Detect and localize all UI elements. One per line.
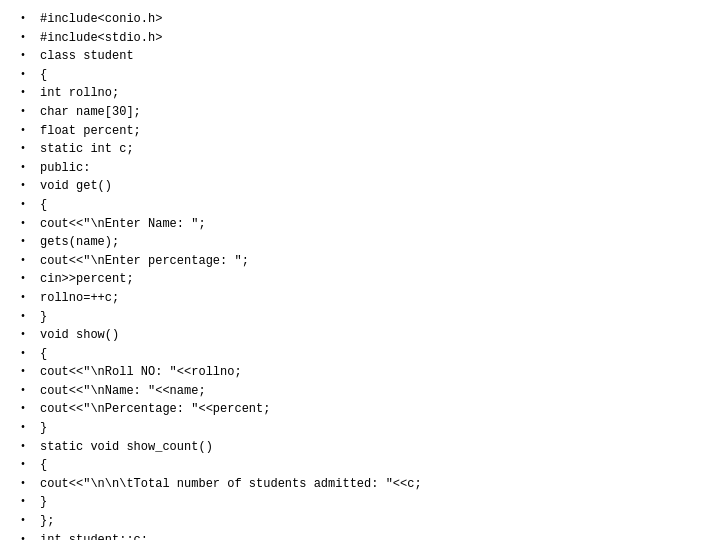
code-text: class student <box>40 47 134 66</box>
bullet-point: • <box>20 270 36 287</box>
code-line: •{ <box>20 196 710 215</box>
code-text: int student::c; <box>40 531 148 540</box>
bullet-point: • <box>20 215 36 232</box>
code-line: •cout<<"\nRoll NO: "<<rollno; <box>20 363 710 382</box>
bullet-point: • <box>20 475 36 492</box>
code-line: •void show() <box>20 326 710 345</box>
code-line: •rollno=++c; <box>20 289 710 308</box>
code-text: float percent; <box>40 122 141 141</box>
bullet-point: • <box>20 419 36 436</box>
code-text: rollno=++c; <box>40 289 119 308</box>
code-text: } <box>40 308 47 327</box>
code-text: { <box>40 66 47 85</box>
bullet-point: • <box>20 122 36 139</box>
code-text: void get() <box>40 177 112 196</box>
code-line: •void get() <box>20 177 710 196</box>
bullet-point: • <box>20 252 36 269</box>
code-line: •cout<<"\nEnter percentage: "; <box>20 252 710 271</box>
code-text: { <box>40 196 47 215</box>
bullet-point: • <box>20 382 36 399</box>
code-line: •} <box>20 419 710 438</box>
code-line: •public: <box>20 159 710 178</box>
code-line: •#include<stdio.h> <box>20 29 710 48</box>
code-line: •cout<<"\nPercentage: "<<percent; <box>20 400 710 419</box>
bullet-point: • <box>20 159 36 176</box>
code-text: char name[30]; <box>40 103 141 122</box>
code-line: •}; <box>20 512 710 531</box>
code-text: int rollno; <box>40 84 119 103</box>
code-line: •class student <box>20 47 710 66</box>
bullet-point: • <box>20 289 36 306</box>
code-line: •gets(name); <box>20 233 710 252</box>
code-text: #include<stdio.h> <box>40 29 162 48</box>
code-line: •{ <box>20 345 710 364</box>
bullet-point: • <box>20 326 36 343</box>
bullet-point: • <box>20 493 36 510</box>
bullet-point: • <box>20 345 36 362</box>
code-line: •float percent; <box>20 122 710 141</box>
code-line: •cout<<"\nName: "<<name; <box>20 382 710 401</box>
bullet-point: • <box>20 196 36 213</box>
bullet-point: • <box>20 47 36 64</box>
bullet-point: • <box>20 400 36 417</box>
code-text: gets(name); <box>40 233 119 252</box>
code-line: •{ <box>20 66 710 85</box>
code-text: } <box>40 493 47 512</box>
bullet-point: • <box>20 84 36 101</box>
code-text: cout<<"\n\n\tTotal number of students ad… <box>40 475 422 494</box>
code-line: •int rollno; <box>20 84 710 103</box>
bullet-point: • <box>20 308 36 325</box>
code-line: •} <box>20 493 710 512</box>
code-text: cout<<"\nEnter percentage: "; <box>40 252 249 271</box>
code-line: •static int c; <box>20 140 710 159</box>
bullet-point: • <box>20 103 36 120</box>
code-text: public: <box>40 159 90 178</box>
bullet-point: • <box>20 233 36 250</box>
code-text: static int c; <box>40 140 134 159</box>
code-line: •cout<<"\nEnter Name: "; <box>20 215 710 234</box>
bullet-point: • <box>20 456 36 473</box>
bullet-point: • <box>20 10 36 27</box>
code-text: } <box>40 419 47 438</box>
bullet-point: • <box>20 512 36 529</box>
code-line: •char name[30]; <box>20 103 710 122</box>
bullet-point: • <box>20 438 36 455</box>
code-line: •} <box>20 308 710 327</box>
code-text: #include<conio.h> <box>40 10 162 29</box>
code-text: cin>>percent; <box>40 270 134 289</box>
code-line: •static void show_count() <box>20 438 710 457</box>
code-line: •cout<<"\n\n\tTotal number of students a… <box>20 475 710 494</box>
code-text: { <box>40 345 47 364</box>
bullet-point: • <box>20 66 36 83</box>
code-block: •#include<conio.h>•#include<stdio.h>•cla… <box>0 0 720 540</box>
code-text: cout<<"\nName: "<<name; <box>40 382 206 401</box>
code-line: •#include<conio.h> <box>20 10 710 29</box>
code-text: static void show_count() <box>40 438 213 457</box>
code-text: { <box>40 456 47 475</box>
bullet-point: • <box>20 531 36 540</box>
bullet-point: • <box>20 177 36 194</box>
bullet-point: • <box>20 29 36 46</box>
code-text: cout<<"\nPercentage: "<<percent; <box>40 400 270 419</box>
code-text: void show() <box>40 326 119 345</box>
code-text: }; <box>40 512 54 531</box>
code-text: cout<<"\nRoll NO: "<<rollno; <box>40 363 242 382</box>
bullet-point: • <box>20 363 36 380</box>
code-text: cout<<"\nEnter Name: "; <box>40 215 206 234</box>
code-line: •{ <box>20 456 710 475</box>
code-line: •int student::c; <box>20 531 710 540</box>
code-line: •cin>>percent; <box>20 270 710 289</box>
bullet-point: • <box>20 140 36 157</box>
